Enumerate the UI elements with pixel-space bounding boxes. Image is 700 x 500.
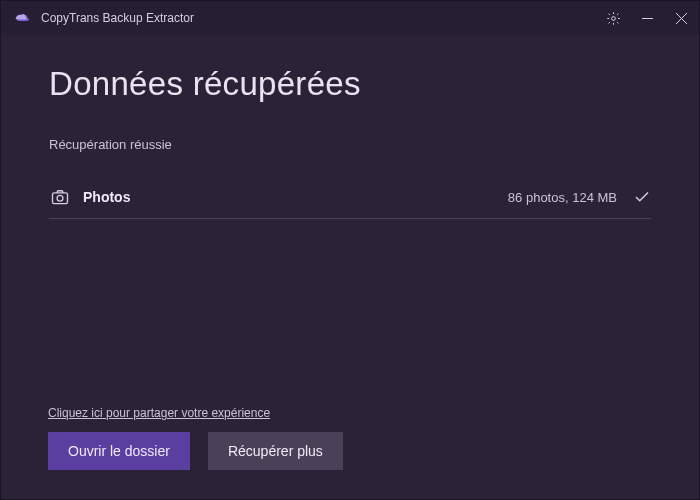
titlebar: CopyTrans Backup Extractor: [1, 1, 699, 35]
svg-point-5: [57, 195, 63, 201]
open-folder-button[interactable]: Ouvrir le dossier: [48, 432, 190, 470]
camera-icon: [49, 186, 71, 208]
checkmark-icon: [633, 188, 651, 206]
svg-point-0: [611, 16, 615, 20]
button-row: Ouvrir le dossier Récupérer plus: [48, 432, 343, 470]
app-logo-icon: [13, 9, 31, 27]
minimize-icon: [642, 13, 653, 24]
feedback-link[interactable]: Cliquez ici pour partager votre expérien…: [48, 406, 270, 420]
item-label: Photos: [83, 189, 508, 205]
svg-rect-4: [53, 193, 68, 204]
minimize-button[interactable]: [639, 10, 655, 26]
settings-button[interactable]: [605, 10, 621, 26]
close-button[interactable]: [673, 10, 689, 26]
app-title: CopyTrans Backup Extractor: [41, 11, 605, 25]
item-meta: 86 photos, 124 MB: [508, 190, 617, 205]
gear-icon: [606, 11, 621, 26]
recover-more-button[interactable]: Récupérer plus: [208, 432, 343, 470]
titlebar-controls: [605, 10, 689, 26]
status-text: Récupération réussie: [49, 137, 651, 152]
close-icon: [676, 13, 687, 24]
page-title: Données récupérées: [49, 65, 651, 103]
content-area: Données récupérées Récupération réussie …: [1, 35, 699, 219]
footer-area: Cliquez ici pour partager votre expérien…: [48, 403, 343, 470]
recovered-item-row[interactable]: Photos 86 photos, 124 MB: [49, 180, 651, 219]
